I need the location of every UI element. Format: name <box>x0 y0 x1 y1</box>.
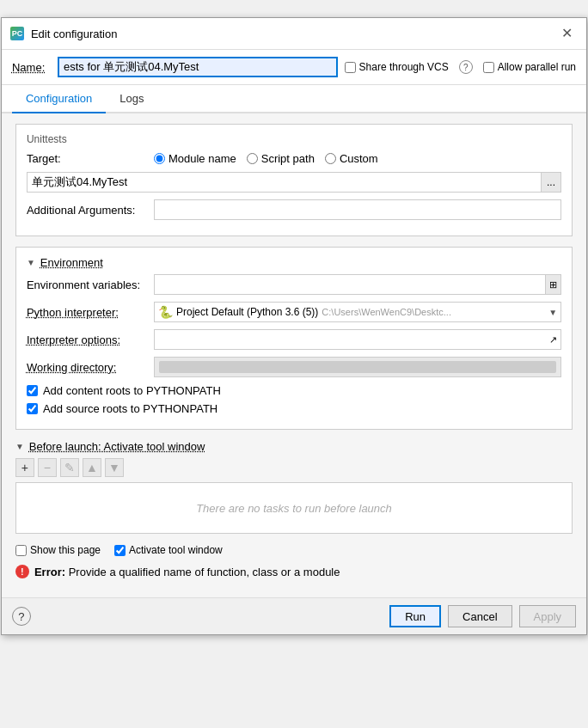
tabs-bar: Configuration Logs <box>2 85 586 113</box>
remove-task-button[interactable]: − <box>38 458 57 477</box>
show-page-checkbox[interactable]: Show this page <box>15 544 101 556</box>
additional-args-row: Additional Arguments: <box>27 199 561 220</box>
env-vars-input[interactable] <box>155 275 545 294</box>
module-input-row: ... <box>27 172 561 193</box>
before-launch-arrow-icon: ▼ <box>15 442 24 451</box>
source-roots-checkbox[interactable] <box>27 403 38 414</box>
additional-args-input[interactable] <box>154 199 561 220</box>
radio-custom[interactable]: Custom <box>325 152 378 165</box>
name-label: Name: <box>12 61 51 74</box>
tab-logs[interactable]: Logs <box>106 85 157 113</box>
show-row: Show this page Activate tool window <box>15 544 573 556</box>
help-icon-vcs[interactable]: ? <box>459 60 473 74</box>
env-vars-browse-button[interactable]: ⊞ <box>545 275 560 294</box>
env-variables-row: Environment variables: ⊞ <box>27 274 561 295</box>
working-dir-input-container: ████████████████████████████████████████… <box>154 357 561 377</box>
env-vars-label: Environment variables: <box>27 278 147 291</box>
module-input-container: ... <box>27 172 561 193</box>
before-launch-label: Before launch: Activate tool window <box>29 440 205 453</box>
working-dir-row: Working directory: █████████████████████… <box>27 357 561 377</box>
activate-tool-window-checkbox[interactable]: Activate tool window <box>114 544 223 556</box>
cancel-button[interactable]: Cancel <box>448 605 511 627</box>
working-dir-label: Working directory: <box>27 361 147 374</box>
python-icon: 🐍 <box>158 305 173 319</box>
module-browse-button[interactable]: ... <box>541 172 561 193</box>
content-roots-checkbox[interactable] <box>27 385 38 396</box>
name-options: Share through VCS ? Allow parallel run <box>345 60 576 74</box>
source-roots-label[interactable]: Add source roots to PYTHONPATH <box>43 402 217 415</box>
launch-tasks-box: There are no tasks to run before launch <box>15 482 573 534</box>
help-button[interactable]: ? <box>12 607 31 626</box>
interp-options-input[interactable] <box>155 330 546 349</box>
environment-collapse-header[interactable]: ▼ Environment <box>27 256 561 269</box>
app-icon: PC <box>10 27 24 40</box>
env-vars-input-container: ⊞ <box>154 274 561 295</box>
unittests-section: Unittests Target: Module name Script pat… <box>15 124 573 236</box>
move-up-button[interactable]: ▲ <box>83 458 101 477</box>
before-launch-toolbar: + − ✎ ▲ ▼ <box>15 458 573 477</box>
before-launch-header[interactable]: ▼ Before launch: Activate tool window <box>15 440 573 453</box>
name-input[interactable] <box>58 57 338 77</box>
target-label: Target: <box>27 152 147 165</box>
module-input[interactable] <box>27 172 541 193</box>
action-buttons: Run Cancel Apply <box>389 605 576 627</box>
interpreter-value: Project Default (Python 3.6 (5)) <box>176 306 318 318</box>
interpreter-path: C:\Users\WenWenC9\Desktc... <box>322 307 451 317</box>
bottom-bar: ? Run Cancel Apply <box>2 597 586 634</box>
title-bar: PC Edit configuration ✕ <box>2 18 586 50</box>
target-radio-group: Module name Script path Custom <box>154 152 378 165</box>
interp-options-row: Interpreter options: ↗ <box>27 329 561 350</box>
error-text: Error: Provide a qualified name of funct… <box>34 566 340 578</box>
error-row: ! Error: Provide a qualified name of fun… <box>15 565 573 578</box>
content-area: Unittests Target: Module name Script pat… <box>2 113 586 597</box>
interp-options-expand-button[interactable]: ↗ <box>546 330 560 349</box>
environment-label: Environment <box>40 256 103 269</box>
dialog-title: Edit configuration <box>31 28 117 40</box>
additional-args-label: Additional Arguments: <box>27 204 147 217</box>
share-vcs-checkbox[interactable]: Share through VCS <box>345 61 449 73</box>
error-message: Provide a qualified name of function, cl… <box>69 566 340 578</box>
interpreter-select-inner: 🐍 Project Default (Python 3.6 (5)) C:\Us… <box>158 305 451 319</box>
dropdown-arrow-icon: ▼ <box>548 308 557 317</box>
source-roots-row: Add source roots to PYTHONPATH <box>27 402 561 415</box>
close-button[interactable]: ✕ <box>556 25 578 42</box>
python-interpreter-row: Python interpreter: 🐍 Project Default (P… <box>27 302 561 322</box>
tab-configuration[interactable]: Configuration <box>12 85 106 113</box>
target-row: Target: Module name Script path Custom <box>27 152 561 165</box>
run-button[interactable]: Run <box>389 605 441 627</box>
edit-task-button[interactable]: ✎ <box>60 458 79 477</box>
content-roots-row: Add content roots to PYTHONPATH <box>27 384 561 397</box>
radio-script-path[interactable]: Script path <box>247 152 315 165</box>
unittests-title: Unittests <box>27 133 561 145</box>
interp-options-input-container: ↗ <box>154 329 561 350</box>
launch-placeholder-text: There are no tasks to run before launch <box>196 502 392 515</box>
parallel-run-checkbox[interactable]: Allow parallel run <box>483 61 576 73</box>
add-task-button[interactable]: + <box>15 458 34 477</box>
apply-button[interactable]: Apply <box>519 605 577 627</box>
edit-config-dialog: PC Edit configuration ✕ Name: Share thro… <box>1 17 587 635</box>
name-row: Name: Share through VCS ? Allow parallel… <box>2 50 586 85</box>
interp-options-label: Interpreter options: <box>27 333 147 346</box>
error-icon: ! <box>15 565 29 578</box>
python-interp-label: Python interpreter: <box>27 306 147 319</box>
move-down-button[interactable]: ▼ <box>105 458 124 477</box>
environment-section: ▼ Environment Environment variables: ⊞ P… <box>15 247 573 430</box>
content-roots-label[interactable]: Add content roots to PYTHONPATH <box>43 384 221 397</box>
radio-module-name[interactable]: Module name <box>154 152 236 165</box>
collapse-arrow-icon: ▼ <box>27 258 35 267</box>
before-launch-section: ▼ Before launch: Activate tool window + … <box>15 440 573 534</box>
title-bar-left: PC Edit configuration <box>10 27 117 40</box>
working-dir-value: ████████████████████████████████████████… <box>159 361 556 373</box>
python-interpreter-select[interactable]: 🐍 Project Default (Python 3.6 (5)) C:\Us… <box>154 302 561 322</box>
error-label: Error: <box>34 566 65 578</box>
working-dir-display: ████████████████████████████████████████… <box>154 357 561 377</box>
